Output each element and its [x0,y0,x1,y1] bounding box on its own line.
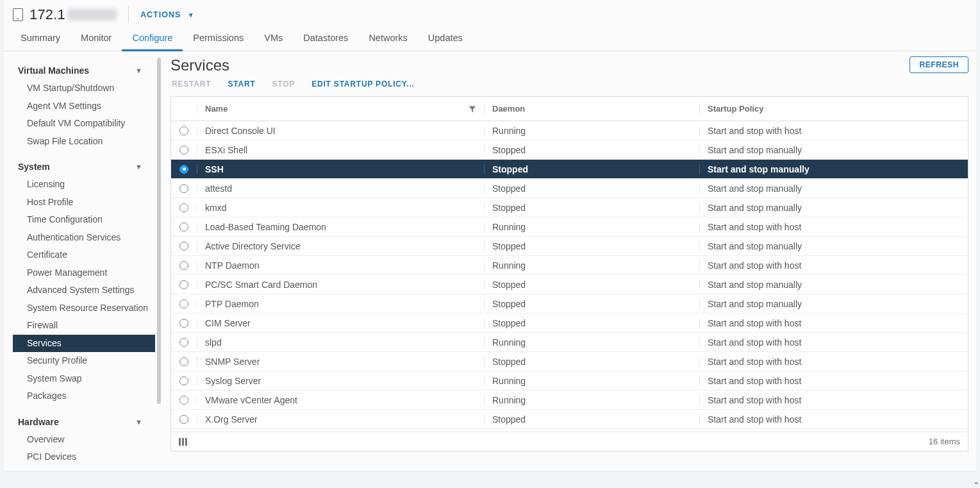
row-radio[interactable] [179,280,188,289]
row-radio[interactable] [179,338,188,347]
table-row[interactable]: ESXi ShellStoppedStart and stop manually [171,140,968,160]
sidebar-item-host-profile[interactable]: Host Profile [4,194,155,212]
sidebar-item-system-resource-reservation[interactable]: System Resource Reservation [4,299,155,317]
table-row[interactable]: Direct Console UIRunningStart and stop w… [171,121,968,140]
col-name-header[interactable]: Name [197,104,484,114]
sidebar-scrollbar[interactable] [155,51,163,471]
tab-configure[interactable]: Configure [122,28,183,51]
cell-name: Direct Console UI [197,126,484,136]
row-radio[interactable] [179,357,188,366]
cell-name: VMware vCenter Agent [197,395,484,405]
column-picker-icon[interactable] [179,438,188,446]
sidebar-item-packages[interactable]: Packages [4,387,155,405]
cell-daemon: Running [484,376,699,386]
refresh-button[interactable]: Refresh [909,56,968,73]
tab-updates[interactable]: Updates [418,28,473,51]
tab-summary[interactable]: Summary [10,28,71,51]
actions-dropdown[interactable]: Actions ▼ [140,10,195,19]
table-row[interactable]: Active Directory ServiceStoppedStart and… [171,237,968,256]
sidebar-item-certificate[interactable]: Certificate [4,246,155,264]
sidebar-item-agent-vm-settings[interactable]: Agent VM Settings [4,97,155,115]
sidebar-item-licensing[interactable]: Licensing [4,176,155,194]
row-radio[interactable] [179,126,188,135]
table-row[interactable]: kmxdStoppedStart and stop manually [171,198,968,217]
sidebar-item-system-swap[interactable]: System Swap [4,370,155,388]
sidebar-section-virtual-machines[interactable]: Virtual Machines▼ [4,62,155,80]
cell-name: attestd [197,183,484,194]
table-row[interactable]: PC/SC Smart Card DaemonStoppedStart and … [171,275,968,294]
cell-policy: Start and stop with host [699,222,968,232]
row-radio[interactable] [179,299,188,308]
table-row[interactable]: VMware vCenter AgentRunningStart and sto… [171,391,968,410]
sidebar-item-advanced-system-settings[interactable]: Advanced System Settings [4,282,155,299]
expand-chevrons-icon[interactable]: ›› [974,481,977,485]
row-radio[interactable] [179,223,188,231]
sidebar-item-firmware[interactable]: Firmware [4,466,155,471]
cell-name: kmxd [197,203,484,213]
filter-icon[interactable] [469,105,476,113]
cmd-stop: Stop [272,80,295,88]
row-radio[interactable] [179,261,188,270]
row-radio[interactable] [179,376,188,385]
cell-policy: Start and stop manually [699,183,968,194]
chevron-down-icon: ▼ [135,418,142,426]
row-radio[interactable] [179,396,188,405]
tab-datastores[interactable]: Datastores [293,28,358,51]
table-body[interactable]: Direct Console UIRunningStart and stop w… [171,121,968,432]
services-panel: Services Refresh RestartStartStopEdit St… [163,51,976,471]
table-row[interactable]: attestdStoppedStart and stop manually [171,179,968,198]
cell-daemon: Stopped [484,183,699,194]
sidebar-item-security-profile[interactable]: Security Profile [4,352,155,370]
cell-daemon: Stopped [484,318,699,328]
sidebar-item-power-management[interactable]: Power Management [4,264,155,282]
cell-daemon: Running [484,337,699,348]
redacted-ip [68,9,117,21]
sidebar-item-pci-devices[interactable]: PCI Devices [4,448,155,466]
row-radio[interactable] [179,146,188,155]
sidebar-item-firewall[interactable]: Firewall [4,317,155,335]
table-header-row: Name Daemon Startup Policy [171,97,968,121]
sidebar-item-overview[interactable]: Overview [4,431,155,449]
row-radio[interactable] [179,184,188,193]
cmd-start[interactable]: Start [228,80,255,88]
cell-daemon: Stopped [484,280,699,290]
tab-permissions[interactable]: Permissions [183,28,254,51]
cell-daemon: Running [484,126,699,136]
sidebar-item-services[interactable]: Services [13,335,155,353]
table-row[interactable]: X.Org ServerStoppedStart and stop with h… [171,410,968,429]
table-row[interactable]: Load-Based Teaming DaemonRunningStart an… [171,217,968,237]
table-row[interactable]: slpdRunningStart and stop with host [171,333,968,352]
chevron-down-icon: ▼ [135,67,142,74]
cell-policy: Start and stop manually [699,164,968,174]
sidebar-item-vm-startup-shutdown[interactable]: VM Startup/Shutdown [4,80,155,97]
table-row[interactable]: SNMP ServerStoppedStart and stop with ho… [171,352,968,371]
sidebar-item-time-configuration[interactable]: Time Configuration [4,211,155,229]
table-row[interactable]: Syslog ServerRunningStart and stop with … [171,371,968,391]
tab-vms[interactable]: VMs [254,28,293,51]
sidebar-item-authentication-services[interactable]: Authentication Services [4,229,155,247]
col-daemon-header[interactable]: Daemon [484,104,699,114]
row-radio[interactable] [179,319,188,328]
cell-daemon: Stopped [484,203,699,213]
sidebar-section-label: Virtual Machines [18,65,89,76]
table-row[interactable]: NTP DaemonRunningStart and stop with hos… [171,256,968,275]
scrollbar-thumb[interactable] [157,58,161,404]
sidebar-section-hardware[interactable]: Hardware▼ [4,413,155,431]
col-daemon-label: Daemon [492,104,525,114]
sidebar-item-default-vm-compatibility[interactable]: Default VM Compatibility [4,115,155,133]
row-radio[interactable] [179,203,188,212]
sidebar[interactable]: Virtual Machines▼VM Startup/ShutdownAgen… [4,51,155,471]
sidebar-section-system[interactable]: System▼ [4,158,155,176]
tab-networks[interactable]: Networks [358,28,417,51]
row-radio[interactable] [179,242,188,251]
cmd-editpolicy[interactable]: Edit Startup Policy... [311,80,415,88]
col-policy-header[interactable]: Startup Policy [699,104,968,114]
tab-monitor[interactable]: Monitor [71,28,122,51]
sidebar-item-swap-file-location[interactable]: Swap File Location [4,133,155,151]
row-radio[interactable] [179,415,188,424]
table-row[interactable]: PTP DaemonStoppedStart and stop manually [171,294,968,314]
row-count: 16 items [929,437,960,446]
table-row[interactable]: SSHStoppedStart and stop manually [171,160,968,179]
row-radio[interactable] [179,165,188,174]
table-row[interactable]: CIM ServerStoppedStart and stop with hos… [171,314,968,333]
